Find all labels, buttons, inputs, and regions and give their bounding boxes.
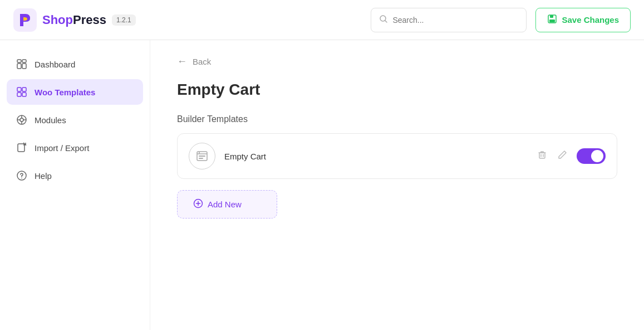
- logo-text: ShopPress: [42, 13, 106, 27]
- sidebar-item-woo-templates-label: Woo Templates: [35, 88, 95, 97]
- dashboard-icon: [16, 58, 28, 70]
- search-icon: [379, 14, 388, 25]
- back-link[interactable]: ← Back: [177, 56, 617, 67]
- logo-icon: [13, 8, 37, 32]
- back-label: Back: [193, 57, 211, 66]
- import-export-icon: [16, 142, 28, 154]
- sidebar: Dashboard Woo Templates: [0, 40, 150, 330]
- edit-icon[interactable]: [557, 149, 568, 163]
- header: ShopPress 1.2.1 Save Changes: [0, 0, 644, 40]
- search-box[interactable]: [371, 8, 527, 32]
- svg-rect-12: [17, 93, 21, 96]
- svg-rect-5: [549, 20, 555, 22]
- add-new-button[interactable]: Add New: [177, 190, 277, 219]
- woo-templates-icon: [16, 86, 28, 98]
- template-icon-wrap: [189, 143, 215, 169]
- template-card: Empty Cart: [177, 133, 617, 179]
- svg-rect-4: [550, 15, 553, 18]
- template-icon: [196, 150, 208, 162]
- page-title: Empty Cart: [177, 81, 617, 99]
- svg-rect-10: [17, 88, 21, 91]
- header-right: Save Changes: [371, 8, 631, 32]
- add-new-icon: [193, 198, 203, 210]
- svg-rect-28: [199, 158, 203, 159]
- sidebar-item-dashboard[interactable]: Dashboard: [7, 51, 143, 77]
- svg-line-2: [385, 21, 387, 23]
- sidebar-item-modules[interactable]: Modules: [7, 107, 143, 133]
- delete-icon[interactable]: [537, 149, 548, 163]
- svg-rect-9: [22, 64, 26, 69]
- svg-rect-8: [17, 64, 21, 69]
- modules-icon: [16, 114, 28, 126]
- sidebar-item-woo-templates[interactable]: Woo Templates: [7, 79, 143, 105]
- svg-rect-7: [22, 60, 26, 62]
- save-button[interactable]: Save Changes: [535, 8, 631, 32]
- sidebar-item-modules-label: Modules: [35, 115, 66, 125]
- svg-rect-29: [539, 153, 545, 158]
- svg-rect-11: [22, 88, 26, 91]
- svg-rect-6: [17, 60, 21, 62]
- template-name: Empty Cart: [224, 152, 528, 161]
- layout: Dashboard Woo Templates: [0, 40, 644, 330]
- version-badge: 1.2.1: [112, 14, 136, 26]
- svg-rect-27: [199, 156, 205, 157]
- sidebar-item-import-export[interactable]: Import / Export: [7, 135, 143, 161]
- svg-rect-13: [22, 93, 26, 96]
- save-icon: [547, 14, 557, 26]
- sidebar-item-import-export-label: Import / Export: [35, 143, 89, 153]
- sidebar-item-dashboard-label: Dashboard: [35, 60, 75, 69]
- add-new-label: Add New: [208, 200, 242, 209]
- sidebar-item-help[interactable]: Help: [7, 163, 143, 188]
- sidebar-item-help-label: Help: [35, 171, 52, 181]
- save-label: Save Changes: [562, 15, 619, 25]
- section-title: Builder Templates: [177, 114, 617, 124]
- template-toggle[interactable]: [577, 148, 606, 164]
- logo-area: ShopPress 1.2.1: [13, 8, 136, 32]
- main-content: ← Back Empty Cart Builder Templates Empt…: [150, 40, 644, 330]
- search-input[interactable]: [392, 16, 518, 25]
- template-actions: [537, 148, 606, 164]
- svg-point-15: [20, 118, 23, 122]
- back-arrow-icon: ←: [177, 56, 187, 67]
- svg-point-23: [21, 178, 22, 179]
- help-icon: [16, 169, 28, 182]
